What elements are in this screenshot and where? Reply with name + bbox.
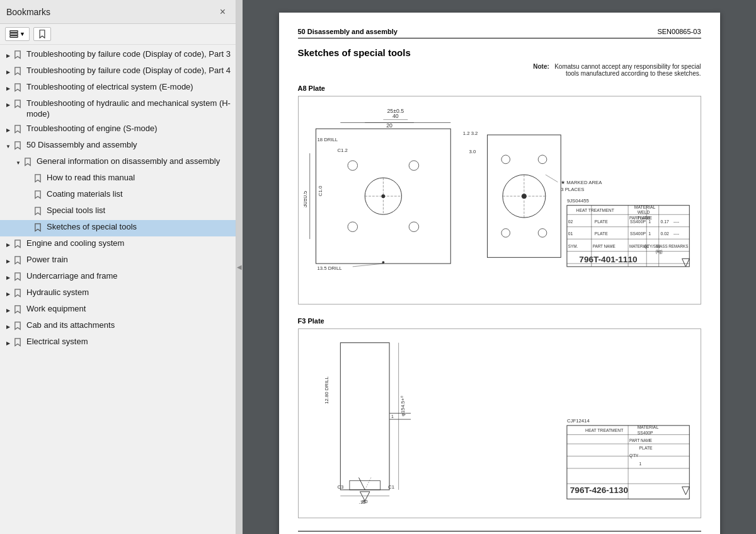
svg-text:12.80 DRILL: 12.80 DRILL	[323, 376, 329, 404]
bookmark-leaf-icon	[14, 305, 24, 316]
bookmark-label: Troubleshooting by failure code (Display…	[26, 66, 232, 76]
bookmark-label: Coating materials list	[47, 189, 232, 200]
bookmark-label: Troubleshooting of engine (S-mode)	[26, 124, 232, 134]
bookmark-item-item-7[interactable]: General information on disassembly and a…	[0, 154, 236, 171]
bookmark-item-item-13[interactable]: Power train	[0, 253, 236, 269]
svg-point-25	[382, 261, 384, 264]
bookmark-item-item-12[interactable]: Engine and cooling system	[0, 236, 236, 253]
expand-arrow	[3, 98, 14, 111]
bookmark-item-item-9[interactable]: Coating materials list	[0, 187, 236, 204]
expand-arrow	[3, 49, 14, 62]
bookmark-item-item-18[interactable]: Electrical system	[0, 335, 236, 351]
panel-resizer[interactable]	[236, 0, 243, 534]
options-button[interactable]: ▼	[5, 27, 30, 41]
svg-text:SYM.: SYM.	[568, 244, 578, 248]
document-viewer: 50 Disassembly and assembly SEN00865-03 …	[243, 0, 756, 534]
svg-text:C3: C3	[337, 484, 343, 490]
svg-text:MASS: MASS	[656, 244, 667, 248]
bookmark-item-item-11[interactable]: Sketches of special tools	[0, 220, 236, 236]
f3-plate-drawing: 12.80 DRILL φ154.5+⁰ 80 .15 C3 C1	[304, 334, 696, 511]
svg-text:PART NAME: PART NAME	[592, 244, 615, 248]
svg-text:HEAT TREATMENT: HEAT TREATMENT	[585, 428, 623, 432]
bookmark-leaf-icon	[14, 289, 24, 300]
toolbar-row: ▼	[0, 24, 236, 45]
svg-text:0.02: 0.02	[660, 231, 668, 236]
bookmark-item-item-17[interactable]: Cab and its attachments	[0, 318, 236, 335]
svg-rect-1	[10, 33, 18, 35]
svg-text:HEAT TREATMENT: HEAT TREATMENT	[576, 208, 614, 212]
bookmark-icon	[38, 30, 47, 38]
svg-text:★ MARKED AREA: ★ MARKED AREA	[561, 180, 602, 185]
svg-text:PLATE: PLATE	[639, 446, 652, 450]
svg-text:3 PLACES: 3 PLACES	[561, 187, 584, 192]
svg-marker-109	[682, 487, 689, 495]
svg-text:SS400P: SS400P	[630, 231, 646, 236]
bookmark-label: Electrical system	[26, 337, 232, 347]
bookmark-label: 50 Disassembly and assembly	[26, 140, 232, 151]
panel-header: Bookmarks ×	[0, 0, 236, 24]
svg-point-19	[409, 222, 419, 232]
bookmark-item-item-15[interactable]: Hydraulic system	[0, 286, 236, 302]
bookmark-item-item-4[interactable]: Troubleshooting of hydraulic and mechani…	[0, 96, 236, 122]
bookmark-label: Special tools list	[47, 206, 232, 216]
diagram2-label: F3 Plate	[298, 317, 701, 325]
expand-arrow	[3, 271, 14, 284]
diagram1-label: A8 Plate	[298, 84, 701, 92]
svg-text:1.2   3.2: 1.2 3.2	[462, 131, 478, 136]
diagram-a8-plate-section: A8 Plate 40 20 25±0.5	[298, 84, 701, 305]
bookmark-item-item-16[interactable]: Work equipment	[0, 302, 236, 318]
header-section-label: 50 Disassembly and assembly	[298, 28, 398, 35]
options-dropdown-arrow: ▼	[20, 31, 25, 37]
svg-point-35	[501, 229, 510, 238]
expand-arrow	[3, 320, 14, 333]
diagram-f3-plate-section: F3 Plate 12.80 DRILL φ154.5+⁰ 80	[298, 317, 701, 518]
a8-plate-drawing: 40 20 25±0.5 30±0.5	[304, 102, 696, 297]
bookmark-item-item-6[interactable]: 50 Disassembly and assembly	[0, 138, 236, 154]
svg-text:30±0.5: 30±0.5	[304, 191, 308, 208]
bookmark-item-item-1[interactable]: Troubleshooting by failure code (Display…	[0, 47, 236, 64]
svg-text:796T-401-1110: 796T-401-1110	[579, 255, 637, 264]
svg-text:13.5 DRILL: 13.5 DRILL	[317, 265, 342, 271]
bookmark-leaf-icon	[14, 125, 24, 136]
bookmark-leaf-icon	[34, 190, 44, 202]
svg-text:0.17: 0.17	[660, 219, 668, 224]
bookmark-label: Troubleshooting by failure code (Display…	[26, 49, 232, 60]
svg-text:02: 02	[568, 219, 573, 224]
bookmark-leaf-icon	[14, 240, 24, 251]
svg-text:C1.0: C1.0	[318, 185, 323, 196]
svg-text:PART NAME: PART NAME	[629, 438, 652, 443]
svg-point-17	[409, 161, 419, 171]
svg-text:796T-426-1130: 796T-426-1130	[570, 485, 627, 495]
bookmark-item-item-14[interactable]: Undercarriage and frame	[0, 269, 236, 286]
svg-text:1: 1	[648, 231, 651, 236]
svg-marker-76	[682, 258, 689, 267]
bookmark-label: Engine and cooling system	[26, 238, 232, 249]
expand-arrow	[3, 304, 14, 316]
close-button[interactable]: ×	[216, 6, 229, 18]
bookmark-item-item-5[interactable]: Troubleshooting of engine (S-mode)	[0, 122, 236, 138]
bookmark-label: General information on disassembly and a…	[37, 156, 232, 167]
bookmark-leaf-icon	[14, 322, 24, 333]
bookmark-leaf-icon	[14, 67, 24, 78]
bookmark-label: Undercarriage and frame	[26, 271, 232, 282]
svg-text:Q'TY: Q'TY	[629, 453, 639, 458]
expand-arrow	[23, 222, 34, 235]
svg-text:(kg): (kg)	[655, 249, 662, 254]
panel-title: Bookmarks	[6, 7, 50, 17]
page-header: 50 Disassembly and assembly SEN00865-03	[298, 28, 701, 38]
bookmark-item-item-8[interactable]: How to read this manual	[0, 171, 236, 187]
bookmark-label: Power train	[26, 255, 232, 265]
bookmark-item-item-2[interactable]: Troubleshooting by failure code (Display…	[0, 64, 236, 80]
bookmark-leaf-icon	[14, 272, 24, 284]
expand-arrow	[3, 124, 14, 136]
expand-arrow	[3, 140, 14, 153]
bookmark-button[interactable]	[33, 27, 51, 41]
expand-arrow	[3, 255, 14, 267]
bookmark-item-item-10[interactable]: Special tools list	[0, 204, 236, 220]
svg-text:20: 20	[386, 122, 392, 129]
svg-line-91	[358, 477, 365, 489]
bookmark-label: Hydraulic system	[26, 287, 232, 298]
bookmark-item-item-3[interactable]: Troubleshooting of electrical system (E-…	[0, 80, 236, 96]
svg-text:C1.2: C1.2	[337, 148, 347, 153]
bookmark-leaf-icon	[14, 100, 24, 111]
